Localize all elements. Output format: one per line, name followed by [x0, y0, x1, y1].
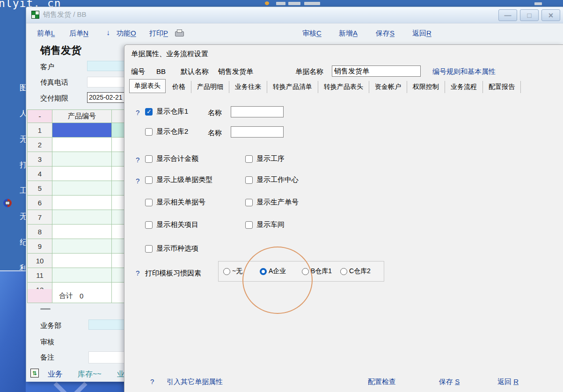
- selected-cell[interactable]: [52, 123, 112, 138]
- grid-cell[interactable]: [52, 225, 112, 239]
- warehouse2-checkbox[interactable]: [145, 128, 153, 136]
- work-center-checkbox[interactable]: [245, 176, 253, 184]
- audit-button[interactable]: 审核C: [302, 29, 322, 38]
- app-icon: [31, 11, 39, 19]
- close-button[interactable]: ×: [541, 9, 560, 21]
- radio-b-warehouse1[interactable]: [302, 268, 309, 275]
- tab-fund-account[interactable]: 资金帐户: [369, 81, 407, 93]
- grid-cell[interactable]: [52, 167, 112, 181]
- bottom-tab-business[interactable]: 业务: [48, 370, 63, 379]
- product-code-header[interactable]: 产品编号: [52, 110, 112, 123]
- related-project-label: 显示相关项目: [156, 220, 198, 229]
- option-row: 显示生产单号: [245, 198, 299, 207]
- grid-cell[interactable]: [52, 181, 112, 196]
- functions-button[interactable]: 功能O: [117, 29, 136, 38]
- table-corner-cell[interactable]: -: [28, 110, 52, 123]
- deadline-input[interactable]: 2025-02-21: [87, 92, 128, 103]
- production-no-checkbox[interactable]: [245, 199, 253, 206]
- warehouse1-name-input[interactable]: [231, 106, 284, 117]
- printer-icon[interactable]: [175, 31, 184, 36]
- print-button[interactable]: 打印P: [149, 29, 168, 38]
- tab-permission[interactable]: 权限控制: [407, 81, 445, 93]
- doc-name-input[interactable]: [332, 65, 421, 77]
- splitter-handle[interactable]: [40, 308, 51, 310]
- option-row: 显示相关单据号: [145, 198, 205, 207]
- row-number[interactable]: 11: [28, 268, 52, 283]
- warehouse2-name-input[interactable]: [231, 126, 284, 138]
- grid-cell[interactable]: [52, 283, 112, 289]
- help-icon[interactable]: ?: [150, 377, 154, 385]
- remark-input[interactable]: [88, 351, 125, 363]
- grid-cell[interactable]: [52, 210, 112, 225]
- customer-input[interactable]: [87, 61, 125, 71]
- dept-input[interactable]: [88, 319, 125, 330]
- grid-cell[interactable]: [52, 138, 112, 152]
- next-doc-button[interactable]: 后单N: [69, 29, 88, 38]
- tab-convert-list[interactable]: 转换产品清单: [267, 81, 318, 93]
- tab-report-config[interactable]: 配置报告: [483, 81, 521, 93]
- row-number[interactable]: 2: [28, 138, 52, 152]
- tab-convert-header[interactable]: 转换产品表头: [318, 81, 369, 93]
- fax-input[interactable]: [87, 77, 125, 87]
- row-number[interactable]: 9: [28, 239, 52, 254]
- tab-business-contacts[interactable]: 业务往来: [229, 81, 267, 93]
- grid-cell[interactable]: [52, 239, 112, 254]
- grid-cell[interactable]: [52, 152, 112, 167]
- workshop-checkbox[interactable]: [245, 221, 253, 229]
- help-icon[interactable]: ?: [136, 269, 139, 277]
- row-number[interactable]: 10: [28, 254, 52, 268]
- return-button[interactable]: 返回R: [412, 29, 431, 38]
- maximize-button[interactable]: □: [520, 9, 539, 21]
- prev-doc-button[interactable]: 前单L: [37, 29, 55, 38]
- bottom-tab-clipped[interactable]: 业: [117, 370, 124, 379]
- help-icon[interactable]: ?: [136, 109, 139, 116]
- help-icon[interactable]: ?: [136, 177, 139, 185]
- add-new-button[interactable]: 新增A: [339, 29, 358, 38]
- window-titlebar[interactable]: 销售发货 / BB — □ ×: [26, 7, 563, 23]
- total-amount-checkbox[interactable]: [145, 155, 153, 163]
- row-number[interactable]: 8: [28, 225, 52, 239]
- grid-cell[interactable]: [52, 196, 112, 210]
- row-number[interactable]: 3: [28, 152, 52, 167]
- row-number[interactable]: 12: [28, 283, 52, 289]
- table-row: 4: [28, 167, 128, 181]
- dialog-back-button[interactable]: 返回 R: [497, 377, 519, 386]
- grid-cell[interactable]: [52, 268, 112, 283]
- tab-doc-header[interactable]: 单据表头: [129, 79, 166, 93]
- row-number[interactable]: 4: [28, 167, 52, 181]
- numbering-rule-link[interactable]: 编号规则和基本属性: [432, 67, 496, 76]
- row-number[interactable]: 7: [28, 210, 52, 225]
- grid-cell[interactable]: [52, 254, 112, 268]
- row-number[interactable]: 5: [28, 181, 52, 196]
- currency-checkbox[interactable]: [145, 245, 153, 253]
- option-row: 显示合计金额: [145, 154, 198, 163]
- import-properties-link[interactable]: 引入其它单据属性: [167, 377, 223, 386]
- related-project-checkbox[interactable]: [145, 221, 153, 229]
- minimize-button[interactable]: —: [498, 9, 517, 21]
- doc-properties-dialog: 单据属性、业务流程设置 编号 BB 默认名称 销售发货单 单据名称 编号规则和基…: [124, 44, 563, 392]
- tab-workflow[interactable]: 业务流程: [445, 81, 483, 93]
- radio-c-warehouse2[interactable]: [340, 268, 347, 275]
- config-check-link[interactable]: 配置检查: [368, 377, 396, 386]
- tab-product-detail[interactable]: 产品明细: [191, 81, 229, 93]
- tab-price[interactable]: 价格: [167, 81, 191, 93]
- table-row: 1: [28, 123, 128, 138]
- help-icon[interactable]: ?: [136, 156, 139, 164]
- bottom-tab-inventory[interactable]: 库存~~: [78, 370, 102, 379]
- radio-none[interactable]: [223, 268, 230, 275]
- table-row: 11: [28, 268, 128, 283]
- radio-a-enterprise[interactable]: [260, 268, 267, 275]
- save-button[interactable]: 保存S: [376, 29, 395, 38]
- save-label: 保存: [439, 377, 453, 385]
- warehouse1-checkbox[interactable]: [145, 108, 153, 116]
- row-number[interactable]: 1: [28, 123, 52, 138]
- related-doc-checkbox[interactable]: [145, 199, 153, 206]
- refresh-doc-icon[interactable]: ⇅: [30, 369, 39, 377]
- dialog-save-button[interactable]: 保存 S: [439, 377, 460, 386]
- desktop-shortcut-icon[interactable]: [3, 199, 12, 207]
- row-number[interactable]: 6: [28, 196, 52, 210]
- process-checkbox[interactable]: [245, 155, 253, 163]
- table-row: 12: [28, 283, 128, 289]
- items-table: - 产品编号 1 2 3 4 5 6 7: [27, 109, 128, 303]
- parent-doc-type-checkbox[interactable]: [145, 176, 153, 184]
